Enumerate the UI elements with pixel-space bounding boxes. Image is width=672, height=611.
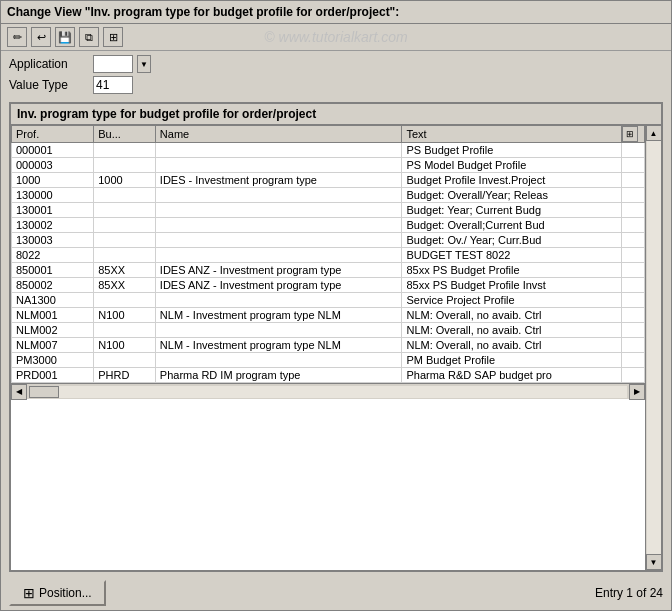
cell-bu: [94, 323, 156, 338]
v-scroll-up-button[interactable]: ▲: [646, 125, 662, 141]
cell-bu: PHRD: [94, 368, 156, 383]
cell-empty: [621, 338, 644, 353]
table-row[interactable]: PM3000PM Budget Profile: [12, 353, 645, 368]
cell-prof: 130002: [12, 218, 94, 233]
cell-text: Budget: Overall;Current Bud: [402, 218, 621, 233]
col-header-name: Name: [155, 126, 402, 143]
cell-prof: 8022: [12, 248, 94, 263]
v-scroll-down-button[interactable]: ▼: [646, 554, 662, 570]
display-change-button[interactable]: ⊞: [103, 27, 123, 47]
cell-empty: [621, 278, 644, 293]
table-title: Inv. program type for budget profile for…: [11, 104, 661, 125]
position-button[interactable]: ⊞ Position...: [9, 580, 106, 606]
cell-bu: 85XX: [94, 278, 156, 293]
cell-text: 85xx PS Budget Profile: [402, 263, 621, 278]
cell-bu: [94, 218, 156, 233]
cell-bu: [94, 233, 156, 248]
cell-text: Pharma R&D SAP budget pro: [402, 368, 621, 383]
cell-empty: [621, 323, 644, 338]
cell-name: IDES - Investment program type: [155, 173, 402, 188]
data-table: Prof. Bu... Name Text ⊞ 000001PS Budget …: [11, 125, 645, 383]
h-scroll-right-button[interactable]: ▶: [629, 384, 645, 400]
col-header-grid-icon[interactable]: ⊞: [621, 126, 644, 143]
table-row[interactable]: 10001000IDES - Investment program typeBu…: [12, 173, 645, 188]
cell-name: NLM - Investment program type NLM: [155, 308, 402, 323]
cell-name: [155, 143, 402, 158]
cell-text: Budget: Ov./ Year; Curr.Bud: [402, 233, 621, 248]
position-label: Position...: [39, 586, 92, 600]
cell-empty: [621, 368, 644, 383]
main-window: Change View "Inv. program type for budge…: [0, 0, 672, 611]
cell-bu: [94, 203, 156, 218]
cell-prof: 1000: [12, 173, 94, 188]
table-row[interactable]: 130000Budget: Overall/Year; Releas: [12, 188, 645, 203]
cell-name: IDES ANZ - Investment program type: [155, 278, 402, 293]
h-scroll-thumb[interactable]: [29, 386, 59, 398]
cell-bu: [94, 143, 156, 158]
table-row[interactable]: 85000285XXIDES ANZ - Investment program …: [12, 278, 645, 293]
table-row[interactable]: NA1300Service Project Profile: [12, 293, 645, 308]
table-row[interactable]: 130003Budget: Ov./ Year; Curr.Bud: [12, 233, 645, 248]
cell-empty: [621, 233, 644, 248]
cell-empty: [621, 308, 644, 323]
cell-name: [155, 218, 402, 233]
cell-prof: 130001: [12, 203, 94, 218]
cell-text: NLM: Overall, no avaib. Ctrl: [402, 308, 621, 323]
cell-bu: 85XX: [94, 263, 156, 278]
value-type-row: Value Type: [9, 76, 663, 94]
table-row[interactable]: PRD001PHRDPharma RD IM program typePharm…: [12, 368, 645, 383]
cell-bu: N100: [94, 338, 156, 353]
table-row[interactable]: NLM002NLM: Overall, no avaib. Ctrl: [12, 323, 645, 338]
cell-text: Budget: Overall/Year; Releas: [402, 188, 621, 203]
back-button[interactable]: ↩: [31, 27, 51, 47]
table-row[interactable]: 130001Budget: Year; Current Budg: [12, 203, 645, 218]
application-input[interactable]: [93, 55, 133, 73]
cell-text: 85xx PS Budget Profile Invst: [402, 278, 621, 293]
cell-empty: [621, 203, 644, 218]
save-button[interactable]: 💾: [55, 27, 75, 47]
cell-bu: 1000: [94, 173, 156, 188]
copy-button[interactable]: ⧉: [79, 27, 99, 47]
cell-name: [155, 323, 402, 338]
cell-text: PS Model Budget Profile: [402, 158, 621, 173]
table-row[interactable]: 130002Budget: Overall;Current Bud: [12, 218, 645, 233]
edit-button[interactable]: ✏: [7, 27, 27, 47]
cell-empty: [621, 248, 644, 263]
cell-name: NLM - Investment program type NLM: [155, 338, 402, 353]
cell-text: Budget: Year; Current Budg: [402, 203, 621, 218]
entry-text: Entry 1 of 24: [595, 586, 663, 600]
cell-name: [155, 188, 402, 203]
table-row[interactable]: NLM007N100NLM - Investment program type …: [12, 338, 645, 353]
cell-prof: NA1300: [12, 293, 94, 308]
watermark: © www.tutorialkart.com: [264, 29, 407, 45]
cell-text: NLM: Overall, no avaib. Ctrl: [402, 338, 621, 353]
table-wrapper: Prof. Bu... Name Text ⊞ 000001PS Budget …: [11, 125, 645, 570]
cell-name: [155, 203, 402, 218]
table-row[interactable]: 000001PS Budget Profile: [12, 143, 645, 158]
table-row[interactable]: 000003PS Model Budget Profile: [12, 158, 645, 173]
cell-prof: 850001: [12, 263, 94, 278]
cell-prof: NLM001: [12, 308, 94, 323]
form-area: Application ▼ Value Type: [1, 51, 671, 98]
toolbar: ✏ ↩ 💾 ⧉ ⊞ © www.tutorialkart.com: [1, 24, 671, 51]
cell-empty: [621, 143, 644, 158]
cell-text: Service Project Profile: [402, 293, 621, 308]
table-row[interactable]: 85000185XXIDES ANZ - Investment program …: [12, 263, 645, 278]
table-row[interactable]: 8022BUDGET TEST 8022: [12, 248, 645, 263]
h-scroll-left-button[interactable]: ◀: [11, 384, 27, 400]
table-row[interactable]: NLM001N100NLM - Investment program type …: [12, 308, 645, 323]
cell-name: [155, 293, 402, 308]
cell-text: BUDGET TEST 8022: [402, 248, 621, 263]
cell-bu: [94, 353, 156, 368]
application-row: Application ▼: [9, 55, 663, 73]
value-type-input[interactable]: [93, 76, 133, 94]
application-dropdown-button[interactable]: ▼: [137, 55, 151, 73]
cell-name: [155, 248, 402, 263]
cell-empty: [621, 353, 644, 368]
cell-empty: [621, 173, 644, 188]
cell-name: [155, 158, 402, 173]
cell-prof: PRD001: [12, 368, 94, 383]
v-scroll-track: [647, 141, 661, 554]
cell-empty: [621, 158, 644, 173]
cell-empty: [621, 218, 644, 233]
